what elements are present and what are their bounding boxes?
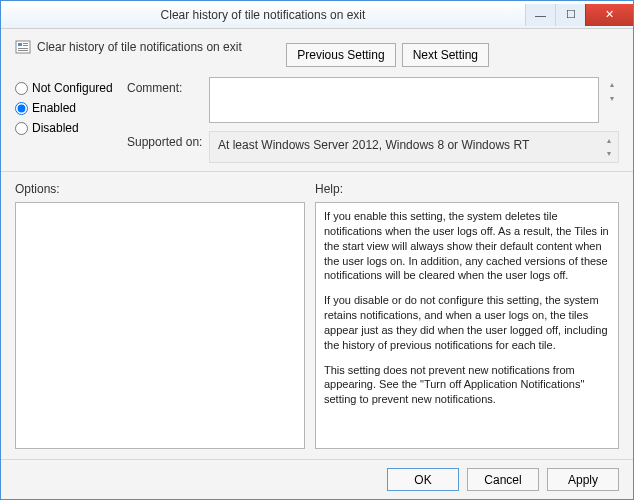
- upper-panel: Clear history of tile notifications on e…: [1, 29, 633, 172]
- radio-enabled[interactable]: Enabled: [15, 101, 115, 115]
- help-column: Help: If you enable this setting, the sy…: [315, 182, 619, 449]
- maximize-button[interactable]: ☐: [555, 4, 585, 26]
- config-row: Not Configured Enabled Disabled Comment:: [15, 77, 619, 163]
- next-setting-button[interactable]: Next Setting: [402, 43, 489, 67]
- window-title: Clear history of tile notifications on e…: [1, 8, 525, 22]
- help-paragraph: If you enable this setting, the system d…: [324, 209, 610, 283]
- svg-rect-0: [16, 41, 30, 53]
- policy-dialog: Clear history of tile notifications on e…: [0, 0, 634, 500]
- supported-scroll: ▴ ▾: [602, 134, 616, 160]
- previous-setting-button[interactable]: Previous Setting: [286, 43, 395, 67]
- fields-column: Comment: ▴ ▾ Supported on: At least Wind…: [127, 77, 619, 163]
- titlebar: Clear history of tile notifications on e…: [1, 1, 633, 29]
- svg-rect-1: [18, 43, 22, 46]
- state-radios: Not Configured Enabled Disabled: [15, 77, 115, 163]
- radio-not-configured[interactable]: Not Configured: [15, 81, 115, 95]
- radio-enabled-input[interactable]: [15, 102, 28, 115]
- scroll-up-icon[interactable]: ▴: [602, 134, 616, 147]
- supported-row: Supported on: At least Windows Server 20…: [127, 131, 619, 163]
- options-column: Options:: [15, 182, 305, 449]
- radio-disabled[interactable]: Disabled: [15, 121, 115, 135]
- svg-rect-5: [18, 50, 28, 51]
- svg-rect-4: [18, 48, 28, 49]
- cancel-button[interactable]: Cancel: [467, 468, 539, 491]
- ok-button[interactable]: OK: [387, 468, 459, 491]
- close-button[interactable]: ✕: [585, 4, 633, 26]
- scroll-up-icon[interactable]: ▴: [605, 77, 619, 91]
- help-paragraph: If you disable or do not configure this …: [324, 293, 610, 352]
- policy-icon: [15, 39, 31, 55]
- help-paragraph: This setting does not prevent new notifi…: [324, 363, 610, 408]
- radio-disabled-input[interactable]: [15, 122, 28, 135]
- supported-label: Supported on:: [127, 131, 203, 149]
- apply-button[interactable]: Apply: [547, 468, 619, 491]
- supported-value-box: At least Windows Server 2012, Windows 8 …: [209, 131, 619, 163]
- help-label: Help:: [315, 182, 619, 196]
- scroll-down-icon[interactable]: ▾: [605, 91, 619, 105]
- scroll-down-icon[interactable]: ▾: [602, 147, 616, 160]
- radio-enabled-label: Enabled: [32, 101, 76, 115]
- comment-input[interactable]: [209, 77, 599, 123]
- comment-scroll: ▴ ▾: [605, 77, 619, 105]
- supported-value: At least Windows Server 2012, Windows 8 …: [218, 138, 529, 152]
- lower-panel: Options: Help: If you enable this settin…: [1, 172, 633, 459]
- radio-not-configured-label: Not Configured: [32, 81, 113, 95]
- content-area: Clear history of tile notifications on e…: [1, 29, 633, 499]
- options-box[interactable]: [15, 202, 305, 449]
- dialog-footer: OK Cancel Apply: [1, 459, 633, 499]
- window-controls: — ☐ ✕: [525, 4, 633, 26]
- options-label: Options:: [15, 182, 305, 196]
- radio-not-configured-input[interactable]: [15, 82, 28, 95]
- radio-disabled-label: Disabled: [32, 121, 79, 135]
- help-box[interactable]: If you enable this setting, the system d…: [315, 202, 619, 449]
- minimize-button[interactable]: —: [525, 4, 555, 26]
- policy-name: Clear history of tile notifications on e…: [37, 40, 242, 54]
- comment-label: Comment:: [127, 77, 203, 95]
- svg-rect-3: [23, 45, 28, 46]
- svg-rect-2: [23, 43, 28, 44]
- comment-row: Comment: ▴ ▾: [127, 77, 619, 123]
